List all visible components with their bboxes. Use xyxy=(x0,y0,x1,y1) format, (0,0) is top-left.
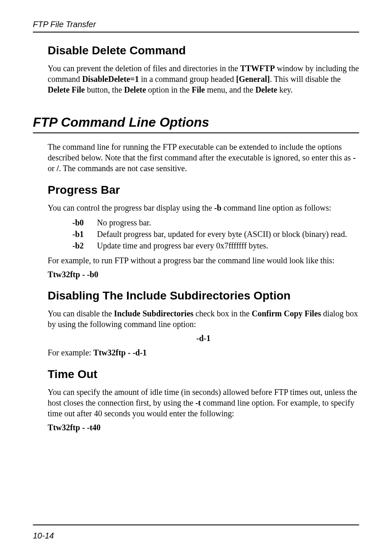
text-bold: DisableDelete=1 xyxy=(82,74,139,84)
option-row-b1: -b1 Default progress bar, updated for ev… xyxy=(72,229,359,239)
para-subdirs-example: For example: Ttw32ftp - -d-1 xyxy=(48,347,359,358)
text-bold: Delete xyxy=(255,85,277,94)
text-bold: Delete File xyxy=(48,85,85,94)
text: command line option as follows: xyxy=(221,203,331,212)
example-progress: Ttw32ftp - -b0 xyxy=(48,270,359,279)
chapter-rule xyxy=(33,132,359,133)
heading-progress-bar: Progress Bar xyxy=(48,183,359,197)
para-chapter-intro: The command line for running the FTP exe… xyxy=(48,142,359,174)
text: . The commands are not case sensitive. xyxy=(59,164,187,173)
text-bold: Include Subdirectories xyxy=(114,309,194,318)
option-desc: Default progress bar, updated for every … xyxy=(97,229,359,239)
text-bold: Confirm Copy Files xyxy=(251,309,321,318)
text-bold: Delete xyxy=(124,85,146,94)
text-bold: - xyxy=(353,153,356,162)
text: or xyxy=(48,164,57,173)
heading-ftp-cmdline-options: FTP Command Line Options xyxy=(33,115,359,130)
heading-time-out: Time Out xyxy=(48,368,359,381)
footer: 10-14 xyxy=(33,525,359,541)
para-timeout-intro: You can specify the amount of idle time … xyxy=(48,387,359,419)
content-area: Disable Delete Command You can prevent t… xyxy=(33,44,359,432)
running-header: FTP File Transfer xyxy=(33,20,359,29)
text: option in the xyxy=(146,85,191,94)
text-bold: Ttw32ftp - -d-1 xyxy=(93,348,147,357)
example-timeout: Ttw32ftp - -t40 xyxy=(48,423,359,432)
heading-disable-delete: Disable Delete Command xyxy=(48,44,359,57)
option-key: -b1 xyxy=(72,229,97,239)
footer-rule xyxy=(33,525,359,525)
page-number: 10-14 xyxy=(33,531,359,541)
text: . This will disable the xyxy=(270,74,341,84)
option-flag-d1: -d-1 xyxy=(48,334,359,343)
text: For example: xyxy=(48,348,93,357)
option-row-b2: -b2 Update time and progress bar every 0… xyxy=(72,240,359,251)
heading-disable-subdirs: Disabling The Include Subdirectories Opt… xyxy=(48,289,359,302)
text-bold: -b xyxy=(214,203,221,212)
text: You can disable the xyxy=(48,309,114,318)
option-desc: No progress bar. xyxy=(97,217,359,228)
option-key: -b2 xyxy=(72,240,97,251)
option-desc: Update time and progress bar every 0x7ff… xyxy=(97,240,359,251)
text: You can control the progress bar display… xyxy=(48,203,214,212)
page: FTP File Transfer Disable Delete Command… xyxy=(0,0,392,557)
text-bold: [General] xyxy=(236,74,270,84)
text-bold: -t xyxy=(195,398,201,407)
option-key: -b0 xyxy=(72,217,97,228)
para-progress-outro: For example, to run FTP without a progre… xyxy=(48,255,359,266)
text: check box in the xyxy=(194,309,252,318)
text: key. xyxy=(277,85,293,94)
header-rule xyxy=(33,32,359,32)
text: menu, and the xyxy=(205,85,256,94)
para-disable-delete: You can prevent the deletion of files an… xyxy=(48,63,359,95)
text-bold: File xyxy=(191,85,205,94)
text: button, the xyxy=(85,85,125,94)
option-row-b0: -b0 No progress bar. xyxy=(72,217,359,228)
para-subdirs-intro: You can disable the Include Subdirectori… xyxy=(48,308,359,330)
text: You can prevent the deletion of files an… xyxy=(48,64,240,73)
text: in a command group headed xyxy=(139,74,236,84)
text-bold: TTWFTP xyxy=(240,64,274,73)
para-progress-intro: You can control the progress bar display… xyxy=(48,202,359,213)
text: The command line for running the FTP exe… xyxy=(48,142,353,162)
